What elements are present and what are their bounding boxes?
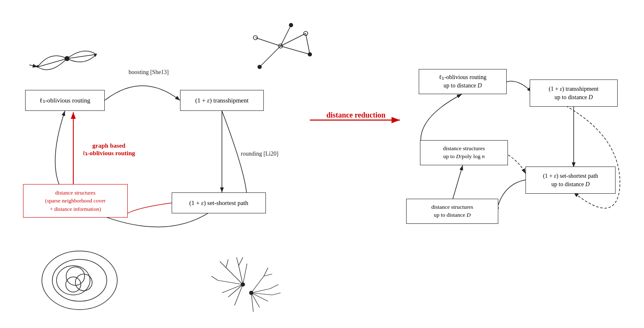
svg-line-49 — [211, 276, 218, 280]
svg-line-45 — [237, 257, 239, 266]
svg-line-33 — [234, 284, 243, 305]
svg-line-43 — [220, 261, 226, 268]
nested-circles-illustration — [38, 243, 121, 314]
starburst-illustration — [205, 234, 289, 318]
distance-structures-red-label: distance structures(sparse neighborhood … — [45, 189, 106, 213]
svg-line-18 — [281, 25, 291, 46]
l1-routing-label: ℓ₁-oblivious routing — [39, 96, 90, 105]
svg-line-44 — [226, 259, 228, 268]
svg-line-40 — [239, 266, 243, 284]
svg-line-41 — [243, 264, 247, 284]
transshipment-right-box: (1 + ε) transshipmentup to distance D — [530, 79, 618, 107]
svg-line-20 — [306, 33, 310, 54]
transshipment-left-box: (1 + ε) transshipment — [180, 90, 264, 111]
svg-line-47 — [264, 268, 268, 276]
svg-line-34 — [222, 284, 243, 293]
boosting-label: boosting [She13] — [113, 69, 184, 76]
svg-line-19 — [281, 46, 310, 54]
dist-struct-d-box: distance structuresup to distance D — [406, 199, 498, 224]
svg-line-50 — [270, 284, 278, 289]
graph-illustration-top-center — [226, 13, 322, 84]
set-shortest-label: (1 + ε) set-shortest path — [189, 199, 248, 208]
dist-struct-d-poly-box: distance structuresup to D/poly log n — [420, 140, 508, 165]
svg-line-51 — [272, 293, 281, 295]
svg-line-32 — [228, 284, 243, 297]
main-diagram: ℓ₁-oblivious routing (1 + ε) transshipme… — [0, 0, 644, 328]
svg-line-21 — [281, 33, 306, 46]
set-shortest-right-label: (1 + ε) set-shortest pathup to distance … — [543, 172, 598, 188]
dist-struct-d-poly-label: distance structuresup to D/poly log n — [443, 145, 485, 161]
set-shortest-box: (1 + ε) set-shortest path — [172, 192, 266, 213]
distance-structures-red-box: distance structures(sparse neighborhood … — [23, 184, 128, 218]
rounding-label: rounding [Li20] — [232, 151, 287, 157]
svg-line-48 — [264, 274, 272, 276]
graph-based-label: graph basedℓ₁-oblivious routing — [67, 142, 151, 157]
transshipment-left-label: (1 + ε) transshipment — [195, 96, 248, 105]
graph-illustration-top-left — [25, 42, 109, 79]
dist-struct-d-label: distance structuresup to distance D — [431, 203, 473, 219]
svg-line-16 — [260, 46, 281, 67]
set-shortest-right-box: (1 + ε) set-shortest pathup to distance … — [526, 167, 616, 194]
distance-reduction-label: distance reduction — [310, 111, 402, 120]
l1-routing-box: ℓ₁-oblivious routing — [25, 90, 105, 111]
transshipment-right-label: (1 + ε) transshipmentup to distance D — [549, 85, 599, 101]
l1-routing-right-label: ℓ₁-oblivious routingup to distance D — [439, 73, 486, 90]
svg-line-17 — [255, 38, 281, 46]
svg-line-46 — [239, 257, 243, 266]
l1-routing-right-box: ℓ₁-oblivious routingup to distance D — [419, 69, 507, 94]
